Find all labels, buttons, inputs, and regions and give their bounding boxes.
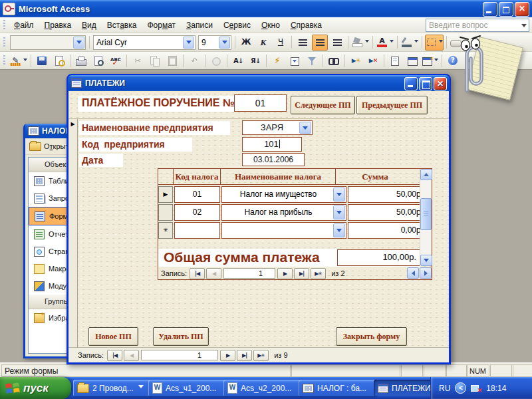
form-maximize-button[interactable] <box>419 77 432 90</box>
first-record-button[interactable]: |◀ <box>107 350 122 361</box>
next-record-button[interactable]: ▶ <box>220 350 235 361</box>
network-offline-icon[interactable] <box>471 384 481 392</box>
menu-item-справка[interactable]: Справка <box>285 19 327 32</box>
date-field[interactable]: 03.01.2006 <box>242 153 305 166</box>
tax-name-cell[interactable]: Налог на прибыль <box>221 204 346 221</box>
new-record-button[interactable]: ▶✳ <box>311 268 326 279</box>
sort-descending-button[interactable]: Я↓ <box>247 53 263 68</box>
print-button[interactable] <box>73 53 89 68</box>
italic-button[interactable]: К <box>255 35 271 51</box>
payment-order-number-field[interactable]: 01 <box>234 94 287 112</box>
chevron-down-icon[interactable] <box>333 188 345 201</box>
new-pp-button[interactable]: Новое ПП <box>88 327 138 346</box>
chevron-down-icon[interactable] <box>333 223 345 237</box>
column-header-tax-name[interactable]: Наименование налога <box>221 169 336 184</box>
filter-by-form-button[interactable] <box>287 53 303 68</box>
start-button[interactable]: пуск <box>0 377 71 399</box>
align-left-button[interactable] <box>295 35 311 51</box>
scroll-down-button[interactable] <box>420 255 432 266</box>
scroll-right-button[interactable] <box>420 267 432 279</box>
taskbar-task-word-1[interactable]: Acs_ч1_200... <box>148 380 227 396</box>
new-record-button[interactable]: ▶✳ <box>253 350 269 361</box>
find-button[interactable] <box>326 53 342 68</box>
menu-item-формат[interactable]: Формат <box>142 19 181 32</box>
sum-cell[interactable]: 50,00р. <box>348 186 427 203</box>
record-number-field[interactable]: 1 <box>141 350 218 360</box>
border-button[interactable] <box>425 35 444 51</box>
save-button[interactable] <box>34 53 50 68</box>
delete-record-button[interactable]: ▶ <box>365 53 381 68</box>
menu-item-правка[interactable]: Правка <box>39 19 77 32</box>
object-combo[interactable] <box>10 35 86 50</box>
taskbar-task-word-2[interactable]: Acs_ч2_200... <box>223 380 302 396</box>
app-minimize-button[interactable] <box>483 2 497 17</box>
last-record-button[interactable]: ▶| <box>294 268 309 279</box>
row-selector-new-record[interactable]: ✳ <box>158 222 173 239</box>
align-right-button[interactable] <box>329 35 345 51</box>
align-center-button[interactable] <box>312 35 328 51</box>
app-close-button[interactable] <box>515 2 529 17</box>
new-object-button[interactable] <box>422 53 439 68</box>
spelling-button[interactable] <box>108 53 124 68</box>
sum-cell[interactable]: 0,00р. <box>348 222 427 239</box>
menu-item-вид[interactable]: Вид <box>76 19 102 32</box>
fill-color-button[interactable] <box>351 35 370 51</box>
menu-item-файл[interactable]: Файл <box>9 19 39 32</box>
view-design-button[interactable]: ✎ <box>9 53 28 68</box>
menu-item-окно[interactable]: Окно <box>256 19 285 32</box>
sum-cell[interactable]: 50,00р. <box>348 204 427 221</box>
menu-item-записи[interactable]: Записи <box>181 19 218 32</box>
line-color-button[interactable] <box>400 35 419 51</box>
app-restore-button[interactable] <box>499 2 513 17</box>
tax-code-cell[interactable] <box>174 222 220 239</box>
apply-filter-button[interactable] <box>304 53 320 68</box>
tax-name-cell[interactable] <box>221 222 346 239</box>
previous-pp-button[interactable]: Предыдущее ПП <box>356 96 428 114</box>
font-name-combo[interactable]: Arial Cyr <box>93 35 196 50</box>
scrollbar-thumb[interactable] <box>420 198 432 230</box>
menu-item-вставка[interactable]: Вставка <box>102 19 142 32</box>
scroll-left-button[interactable] <box>407 267 419 279</box>
taskbar-task-nalog-database[interactable]: НАЛОГ : ба... <box>299 380 377 396</box>
tax-code-cell[interactable]: 01 <box>174 186 220 203</box>
scroll-up-button[interactable] <box>420 169 432 180</box>
database-window-button[interactable] <box>404 53 420 68</box>
office-assistant-clippy[interactable] <box>447 35 517 98</box>
font-size-combo[interactable]: 9 <box>198 35 231 50</box>
language-indicator[interactable]: RU <box>439 384 450 393</box>
delete-pp-button[interactable]: Удалить ПП <box>153 327 209 346</box>
tax-name-cell[interactable]: Налог на имущество <box>221 186 346 203</box>
first-record-button[interactable]: |◀ <box>190 268 205 279</box>
next-pp-button[interactable]: Следующее ПП <box>291 96 355 114</box>
ask-question-box[interactable]: Введите вопрос <box>426 19 529 32</box>
file-search-button[interactable] <box>51 53 67 68</box>
underline-button[interactable]: Ч <box>273 35 289 51</box>
chevron-down-icon[interactable] <box>299 122 311 134</box>
new-record-button[interactable]: ▶ <box>348 53 364 68</box>
close-form-button[interactable]: Закрыть форму <box>336 327 407 346</box>
sort-ascending-button[interactable]: А↓ <box>230 53 246 68</box>
form-minimize-button[interactable] <box>404 77 418 90</box>
company-name-combo[interactable]: ЗАРЯ <box>242 120 313 135</box>
column-header-sum[interactable]: Сумма <box>336 169 414 184</box>
font-color-button[interactable]: А <box>376 35 394 51</box>
last-record-button[interactable]: ▶| <box>237 350 252 361</box>
company-code-field[interactable]: 101 <box>242 137 302 152</box>
status-panel <box>400 364 424 377</box>
record-number-field[interactable]: 1 <box>223 268 275 279</box>
next-record-button[interactable]: ▶ <box>277 268 293 279</box>
taskbar-task-explorer-group[interactable]: 2 Провод... <box>73 380 152 396</box>
tax-code-cell[interactable]: 02 <box>174 204 220 221</box>
bold-button[interactable]: Ж <box>238 35 254 51</box>
properties-button[interactable] <box>387 53 403 68</box>
chevron-down-icon[interactable] <box>333 205 345 219</box>
print-preview-button[interactable] <box>90 53 106 68</box>
menu-item-сервис[interactable]: Сервис <box>218 19 256 32</box>
row-selector[interactable] <box>158 204 173 221</box>
row-selector-current[interactable]: ▶ <box>158 186 173 203</box>
hide-notifications-icon[interactable]: < <box>455 382 466 394</box>
form-close-button[interactable] <box>434 77 447 90</box>
column-header-tax-code[interactable]: Код налога <box>174 169 221 184</box>
filter-by-selection-button[interactable]: ⚡ <box>269 53 285 68</box>
subform-vertical-scrollbar[interactable] <box>420 169 432 266</box>
